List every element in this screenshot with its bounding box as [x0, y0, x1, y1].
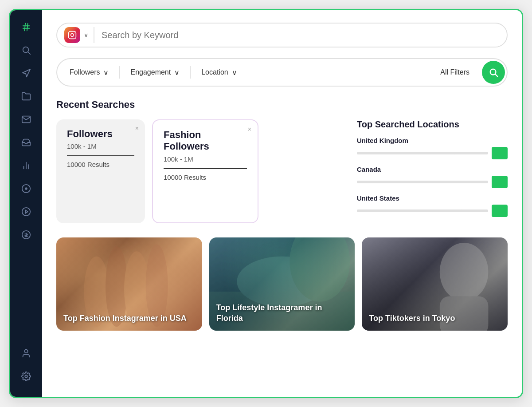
sidebar-icon-nav[interactable] — [16, 63, 36, 83]
location-chevron-icon: ∨ — [232, 68, 237, 77]
sidebar-icon-hashtag[interactable] — [16, 17, 36, 37]
search-card-1-close[interactable]: × — [135, 125, 139, 132]
location-green-block-us — [492, 205, 508, 217]
location-bar-fill-us — [357, 209, 462, 212]
all-filters-label: All Filters — [440, 68, 469, 76]
location-filter-label: Location — [201, 68, 228, 76]
location-bar-row-canada — [357, 176, 508, 188]
location-name-us: United States — [357, 194, 508, 202]
followers-filter-button[interactable]: Followers ∨ — [61, 64, 117, 81]
category-card-fashion-text: Top Fashion Instagramer in USA — [63, 313, 187, 324]
sidebar-icon-record[interactable] — [16, 179, 36, 198]
location-bar-bg-us — [357, 209, 488, 212]
svg-point-19 — [71, 34, 74, 37]
recent-searches-row: × Followers 100k - 1M 10000 Results × Fa… — [56, 119, 508, 223]
category-card-fashion-bg: Top Fashion Instagramer in USA — [56, 237, 202, 331]
location-name-canada: Canada — [357, 166, 508, 173]
search-card-1-divider — [67, 155, 134, 156]
instagram-icon — [64, 27, 80, 43]
location-item-us[interactable]: United States — [357, 194, 508, 217]
sidebar-icon-mail[interactable] — [16, 110, 36, 129]
category-card-lifestyle-bg: Top Lifestyle Instagramer in Florida — [209, 237, 355, 331]
search-bar-top: ∨ — [56, 23, 508, 47]
engagement-chevron-icon: ∨ — [174, 68, 180, 77]
svg-marker-13 — [25, 210, 28, 213]
engagement-filter-label: Engagement — [130, 68, 171, 76]
sidebar-icon-folder[interactable] — [16, 87, 36, 106]
search-card-2-close[interactable]: × — [248, 126, 251, 133]
engagement-filter-button[interactable]: Engagement ∨ — [121, 64, 188, 81]
svg-point-12 — [22, 208, 30, 216]
category-card-fashion[interactable]: Top Fashion Instagramer in USA — [56, 237, 202, 331]
search-card-1-results: 10000 Results — [67, 161, 134, 168]
followers-filter-label: Followers — [70, 68, 100, 76]
search-card-2-divider — [164, 168, 247, 169]
svg-point-16 — [24, 350, 27, 353]
svg-marker-6 — [23, 69, 30, 77]
filter-bar: Followers ∨ Engagement ∨ Location ∨ All … — [56, 58, 508, 87]
platform-chevron-icon: ∨ — [84, 32, 88, 39]
search-card-1[interactable]: × Followers 100k - 1M 10000 Results — [56, 119, 145, 223]
category-card-tiktokers-bg: Top Tiktokers in Tokyo — [362, 237, 508, 331]
location-bar-fill-canada — [357, 181, 442, 183]
sidebar-icon-chart[interactable] — [16, 156, 36, 175]
sidebar-icon-settings[interactable] — [16, 367, 36, 386]
app-container: ∨ Followers ∨ Engagement ∨ Location ∨ Al… — [9, 9, 523, 398]
search-cards-col: × Followers 100k - 1M 10000 Results × Fa… — [56, 119, 348, 223]
category-card-lifestyle[interactable]: Top Lifestyle Instagramer in Florida — [209, 237, 355, 331]
all-filters-button[interactable]: All Filters — [430, 64, 480, 81]
followers-chevron-icon: ∨ — [103, 68, 109, 77]
search-submit-button[interactable] — [482, 61, 505, 84]
location-green-block-canada — [492, 176, 508, 188]
location-item-uk[interactable]: United Kingdom — [357, 137, 508, 159]
svg-point-20 — [74, 33, 75, 34]
category-card-lifestyle-text: Top Lifestyle Instagramer in Florida — [216, 303, 348, 324]
location-bar-bg-canada — [357, 181, 488, 183]
svg-line-3 — [27, 24, 28, 31]
location-item-canada[interactable]: Canada — [357, 166, 508, 188]
search-card-1-subtitle: 100k - 1M — [67, 142, 134, 150]
location-bar-row-us — [357, 205, 508, 217]
svg-line-5 — [28, 52, 30, 54]
sidebar-icon-play[interactable] — [16, 202, 36, 221]
search-card-2-subtitle: 100k - 1M — [164, 155, 247, 163]
top-locations-col: Top Searched Locations United Kingdom Ca… — [357, 119, 508, 223]
sidebar-icon-profile[interactable] — [16, 344, 36, 363]
svg-point-30 — [440, 243, 489, 301]
location-bar-row-uk — [357, 147, 508, 159]
search-card-2-title: Fashion Followers — [164, 129, 247, 153]
svg-point-17 — [25, 375, 27, 378]
location-bar-fill-uk — [357, 152, 455, 154]
location-bar-bg-uk — [357, 152, 488, 154]
search-card-1-title: Followers — [67, 128, 134, 140]
search-card-2[interactable]: × Fashion Followers 100k - 1M 10000 Resu… — [152, 119, 258, 223]
platform-selector[interactable]: ∨ — [64, 27, 94, 43]
svg-line-2 — [24, 24, 25, 31]
sidebar — [10, 10, 42, 397]
filter-divider-2 — [190, 66, 191, 79]
sidebar-icon-dollar[interactable] — [16, 225, 36, 245]
category-cards-row: Top Fashion Instagramer in USA Top Lifes… — [56, 237, 508, 331]
location-green-block-uk — [492, 147, 508, 159]
main-content: ∨ Followers ∨ Engagement ∨ Location ∨ Al… — [42, 10, 522, 397]
search-card-2-results: 10000 Results — [164, 174, 247, 181]
recent-searches-title: Recent Searches — [56, 99, 508, 111]
svg-line-22 — [495, 74, 497, 76]
category-card-tiktokers[interactable]: Top Tiktokers in Tokyo — [362, 237, 508, 331]
search-submit-icon — [489, 67, 498, 77]
top-locations-title: Top Searched Locations — [357, 119, 508, 130]
keyword-search-input[interactable] — [102, 30, 500, 40]
sidebar-icon-inbox[interactable] — [16, 133, 36, 152]
svg-point-11 — [25, 187, 27, 190]
location-filter-button[interactable]: Location ∨ — [192, 64, 246, 81]
svg-rect-18 — [69, 32, 76, 39]
category-card-tiktokers-text: Top Tiktokers in Tokyo — [369, 313, 455, 324]
location-name-uk: United Kingdom — [357, 137, 508, 144]
filter-divider-1 — [119, 66, 120, 79]
sidebar-icon-search[interactable] — [16, 40, 36, 60]
